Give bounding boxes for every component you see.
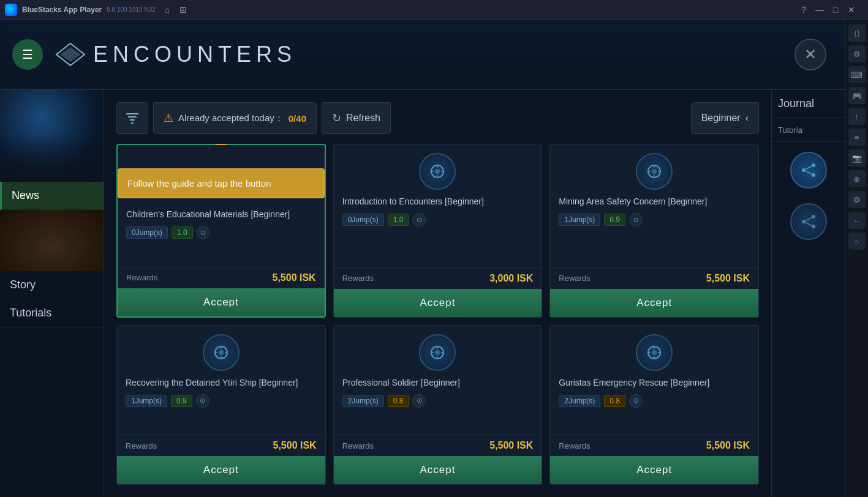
rewards-label-5: Rewards	[342, 441, 374, 450]
bluestacks-icon	[5, 4, 17, 16]
svg-point-3	[435, 169, 440, 174]
accept-button-1[interactable]: Accept	[118, 288, 325, 316]
beginner-filter-button[interactable]: Beginner ‹	[691, 102, 759, 134]
mission-rewards-6: Rewards 5,500 ISK	[550, 435, 758, 456]
refresh-label: Refresh	[346, 113, 380, 124]
accepted-badge: ⚠ Already accepted today： 0/40	[153, 102, 317, 134]
svg-line-36	[806, 171, 812, 174]
rewards-label-3: Rewards	[559, 274, 590, 283]
beginner-label: Beginner	[701, 113, 741, 124]
rewards-value-5: 5,500 ISK	[489, 440, 533, 451]
svg-point-34	[812, 173, 815, 177]
filter-bar: ⚠ Already accepted today： 0/40 ↻ Refresh…	[116, 102, 759, 134]
top-nav-icons: ⌂ ⊞	[160, 3, 190, 17]
mission-tags-2: 0Jump(s) 1.0 ⊙	[342, 213, 534, 226]
encounters-panel: ⚠ Already accepted today： 0/40 ↻ Refresh…	[104, 90, 771, 497]
hamburger-button[interactable]: ☰	[12, 39, 43, 70]
accept-button-5[interactable]: Accept	[334, 456, 542, 484]
help-icon[interactable]: ?	[797, 3, 810, 17]
security-tag-4: 0.9	[171, 395, 192, 407]
mission-card-inner-1: Children's Educational Materials [Beginn…	[118, 200, 325, 267]
type-icon-4: ⊙	[196, 394, 209, 408]
svg-point-38	[812, 215, 815, 219]
close-icon[interactable]: ✕	[845, 3, 858, 17]
sidebar-keyboard-icon[interactable]: ⌨	[848, 66, 866, 83]
rewards-value-2: 3,000 ISK	[489, 273, 533, 284]
mission-rewards-4: Rewards 5,500 ISK	[117, 435, 325, 456]
home-icon[interactable]: ⌂	[160, 3, 174, 17]
accept-button-2[interactable]: Accept	[334, 289, 542, 317]
jumps-tag-1: 0Jump(s)	[126, 226, 168, 239]
mission-title-1: Children's Educational Materials [Beginn…	[126, 209, 316, 220]
mission-rewards-2: Rewards 3,000 ISK	[334, 267, 542, 289]
jumps-tag-2: 0Jump(s)	[342, 214, 384, 226]
nav-story-label: Story	[10, 278, 36, 291]
type-icon-5: ⊙	[412, 394, 426, 408]
sidebar-macro-icon[interactable]: ⊕	[848, 170, 866, 187]
mission-title-5: Professional Soldier [Beginner]	[342, 377, 534, 388]
sidebar-settings-icon[interactable]: ⚙	[848, 45, 866, 62]
rewards-label-6: Rewards	[559, 441, 590, 450]
type-icon-6: ⊙	[629, 394, 643, 408]
game-title: ENCOUNTERS	[93, 42, 296, 67]
sidebar-share-icon[interactable]: ↑	[848, 108, 866, 125]
journal-panel: Journal Tutoria	[771, 90, 845, 497]
jumps-tag-3: 1Jump(s)	[559, 214, 600, 226]
bluestacks-titlebar: BlueStacks App Player 5.8.100.1013 N32 ⌂…	[0, 0, 868, 20]
svg-line-41	[806, 223, 812, 226]
security-tag-3: 0.9	[604, 214, 625, 226]
nav-item-tutorials[interactable]: Tutorials	[0, 299, 104, 327]
mission-icon-row-5	[342, 334, 534, 371]
accepted-label: Already accepted today：	[178, 113, 284, 124]
mission-card-inner-6: Guristas Emergency Rescue [Beginner] 2Ju…	[550, 326, 758, 435]
svg-point-9	[652, 169, 657, 174]
refresh-button[interactable]: ↻ Refresh	[322, 102, 391, 134]
type-icon-3: ⊙	[629, 213, 643, 226]
filter-button[interactable]	[116, 102, 148, 134]
main-container: ⟨⟩ ⚙ ⌨ 🎮 ↑ ≡ 📷 ⊕ ⚙ ← ⌂ ☰ ENCOUNTER	[0, 20, 868, 497]
mission-card-5: Professional Soldier [Beginner] 2Jump(s)…	[333, 325, 543, 485]
nav-news-label: News	[12, 189, 39, 201]
sidebar-home-icon[interactable]: ⌂	[848, 233, 866, 250]
game-logo: ENCOUNTERS	[55, 42, 296, 67]
refresh-icon: ↻	[332, 111, 341, 125]
svg-point-27	[652, 350, 657, 355]
minimize-icon[interactable]: —	[813, 3, 826, 17]
svg-point-32	[802, 168, 806, 172]
content-area: News Story Tutorials	[0, 90, 845, 497]
nav-story-bg	[0, 210, 104, 271]
accept-button-3[interactable]: Accept	[550, 289, 758, 317]
multi-icon[interactable]: ⊞	[176, 3, 190, 17]
sidebar-camera-icon[interactable]: 📷	[848, 149, 866, 166]
journal-tab-tutorial[interactable]: Tutoria	[772, 118, 845, 142]
mission-icon-row-6	[559, 334, 750, 371]
accept-button-4[interactable]: Accept	[117, 456, 325, 484]
game-close-button[interactable]: ✕	[794, 39, 826, 70]
right-sidebar: ⟨⟩ ⚙ ⌨ 🎮 ↑ ≡ 📷 ⊕ ⚙ ← ⌂	[845, 20, 868, 497]
journal-share-button-2[interactable]	[790, 203, 827, 240]
sidebar-layers-icon[interactable]: ≡	[848, 129, 866, 146]
mission-title-3: Mining Area Safety Concern [Beginner]	[559, 196, 750, 207]
mission-card-inner-4: Recovering the Detained Ytiri Ship [Begi…	[117, 326, 325, 435]
security-tag-1: 1.0	[172, 226, 193, 239]
sidebar-back-icon[interactable]: ←	[848, 212, 866, 229]
sidebar-game-icon[interactable]: 🎮	[848, 87, 866, 104]
mission-icon-2	[419, 153, 456, 190]
journal-share-button[interactable]	[790, 152, 827, 189]
mission-rewards-1: Rewards 5,500 ISK	[118, 267, 325, 288]
sidebar-gear-icon[interactable]: ⚙	[848, 191, 866, 208]
mission-tags-4: 1Jump(s) 0.9 ⊙	[126, 394, 317, 408]
svg-point-39	[812, 225, 815, 228]
maximize-icon[interactable]: □	[829, 3, 842, 17]
rewards-label-1: Rewards	[126, 273, 157, 282]
nav-item-story[interactable]: Story	[0, 271, 104, 299]
game-header: ☰ ENCOUNTERS ✕	[0, 20, 845, 90]
nav-item-news[interactable]: News	[0, 182, 104, 210]
sidebar-expand-icon[interactable]: ⟨⟩	[848, 24, 866, 42]
chevron-icon: ‹	[745, 113, 749, 124]
rewards-value-4: 5,500 ISK	[273, 440, 317, 451]
journal-tab-label: Tutoria	[778, 125, 802, 135]
accept-button-6[interactable]: Accept	[550, 456, 758, 484]
mission-tags-5: 2Jump(s) 0.8 ⊙	[342, 394, 534, 408]
journal-header: Journal	[772, 90, 845, 118]
